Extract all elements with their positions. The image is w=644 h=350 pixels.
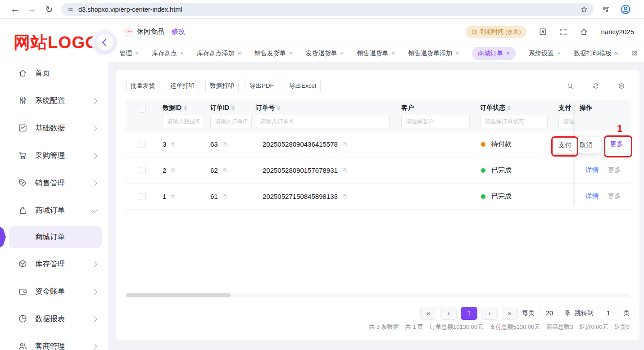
username[interactable]: nancy2025 — [601, 28, 634, 36]
sidebar-item-inventory[interactable]: 库存管理 — [0, 250, 108, 278]
tab-item[interactable]: 库存盘点× — [152, 49, 184, 58]
waybill-print-button[interactable]: 运单打印 — [166, 79, 199, 93]
copy-icon[interactable] — [222, 167, 228, 173]
pagination-prev-button[interactable]: ‹ — [440, 307, 457, 320]
batch-ship-button[interactable]: 批量发货 — [126, 79, 159, 93]
settings-icon[interactable] — [618, 82, 625, 90]
sort-icon[interactable] — [508, 105, 511, 111]
close-icon[interactable]: × — [455, 50, 459, 57]
tab-item[interactable]: 系统设置× — [529, 49, 561, 58]
sort-icon[interactable] — [184, 105, 187, 111]
close-icon[interactable]: × — [238, 50, 241, 57]
media-controls-icon[interactable] — [602, 5, 610, 13]
tab-item[interactable]: 销售退货单× — [357, 49, 395, 58]
browser-reload-button[interactable]: ↻ — [41, 4, 58, 15]
browser-back-button[interactable]: ← — [6, 4, 23, 14]
sort-icon[interactable] — [277, 105, 281, 111]
popover-pay-button[interactable]: 支付 — [558, 141, 571, 149]
row-checkbox[interactable] — [139, 141, 146, 148]
pagination-page-1[interactable]: 1 — [461, 307, 477, 320]
row-checkbox[interactable] — [139, 167, 146, 174]
site-settings-icon[interactable] — [67, 6, 74, 13]
sidebar-item-reports[interactable]: 数据报表 — [0, 305, 108, 332]
bookmark-star-icon[interactable] — [580, 5, 588, 13]
sidebar-item-system-config[interactable]: 系统配置 — [0, 87, 108, 114]
copy-icon[interactable] — [170, 141, 176, 147]
tab-item[interactable]: 销售发货单× — [254, 49, 293, 58]
sidebar-item-purchase[interactable]: 采购管理 — [0, 142, 108, 169]
tab-item[interactable]: 管理× — [119, 49, 139, 58]
link-more[interactable]: 更多 — [608, 192, 621, 201]
copy-icon[interactable] — [342, 193, 348, 199]
copy-icon[interactable] — [222, 141, 228, 147]
copy-icon[interactable] — [222, 193, 228, 199]
profile-avatar-icon[interactable] — [620, 4, 631, 15]
copy-icon[interactable] — [342, 167, 348, 173]
close-icon[interactable]: × — [391, 50, 395, 57]
search-icon[interactable] — [567, 82, 574, 90]
row-checkbox[interactable] — [139, 193, 146, 200]
copy-icon[interactable] — [342, 141, 348, 147]
tab-item[interactable]: 销售退货单添加× — [408, 49, 459, 58]
export-pdf-button[interactable]: 导出PDF — [245, 79, 278, 93]
url-text[interactable]: d3.shopxo.vip/erp-center-index.html — [78, 6, 576, 13]
browser-menu-icon[interactable]: ⋮ — [641, 4, 644, 14]
tab-item-active[interactable]: 商城订单× — [472, 47, 516, 60]
column-header-order-id[interactable]: 订单ID — [210, 104, 235, 112]
close-icon[interactable]: × — [506, 50, 510, 57]
language-icon[interactable] — [539, 27, 547, 36]
close-icon[interactable]: × — [340, 50, 344, 57]
filter-input-order-id[interactable] — [210, 115, 252, 128]
scrollbar-thumb[interactable] — [126, 293, 231, 297]
copy-icon[interactable] — [170, 193, 176, 199]
column-header-data-id[interactable]: 数据ID — [163, 104, 187, 112]
tab-item[interactable]: 库存盘点添加× — [197, 49, 241, 58]
sidebar-item-customers[interactable]: 客商管理 — [0, 332, 108, 350]
filter-select-customer[interactable] — [401, 115, 470, 128]
tabs-overview-icon[interactable] — [631, 49, 638, 57]
pagination-last-button[interactable]: » — [502, 307, 518, 320]
sidebar-item-sales[interactable]: 销售管理 — [0, 169, 108, 197]
close-icon[interactable]: × — [180, 50, 184, 57]
select-all-checkbox[interactable] — [139, 106, 146, 113]
home-icon[interactable] — [580, 27, 588, 36]
sidebar-item-funds[interactable]: 资金账单 — [0, 278, 108, 305]
tab-item[interactable]: 发货退货单× — [306, 49, 344, 58]
sidebar-collapse-button[interactable] — [96, 34, 113, 51]
close-icon[interactable]: × — [557, 50, 561, 57]
popover-cancel-button[interactable]: 取消 — [580, 141, 593, 149]
export-excel-button[interactable]: 导出Excel — [285, 79, 321, 93]
pagination-next-button[interactable]: › — [481, 307, 498, 320]
sidebar-item-base-data[interactable]: 基础数据 — [0, 114, 108, 142]
column-header-order-status[interactable]: 订单状态 — [480, 104, 511, 112]
filter-input-data-id[interactable] — [163, 115, 204, 128]
refresh-icon[interactable] — [592, 82, 599, 90]
data-print-button[interactable]: 数据打印 — [205, 79, 239, 93]
link-more[interactable]: 更多 — [610, 140, 623, 148]
stats-item: 退款0.00元 — [579, 323, 608, 331]
horizontal-scrollbar[interactable] — [126, 293, 630, 297]
sidebar-subitem-mall-orders[interactable]: 商城订单 — [9, 226, 102, 248]
sidebar-item-mall-orders[interactable]: 商城订单 — [0, 197, 108, 224]
chevron-left-icon — [102, 39, 109, 46]
goto-page-input[interactable] — [598, 307, 619, 319]
per-page-input[interactable] — [539, 307, 560, 319]
fullscreen-icon[interactable] — [559, 28, 567, 36]
url-bar[interactable]: d3.shopxo.vip/erp-center-index.html — [61, 3, 594, 16]
close-icon[interactable]: × — [289, 50, 293, 57]
filter-select-order-status[interactable] — [480, 115, 548, 128]
filter-input-order-no[interactable] — [256, 115, 390, 128]
copy-icon[interactable] — [170, 167, 176, 173]
link-detail[interactable]: 详情 — [585, 166, 599, 175]
tab-item[interactable]: 数据打印模板× — [574, 49, 618, 58]
close-icon[interactable]: × — [135, 50, 139, 57]
browser-forward-button[interactable]: → — [23, 4, 41, 14]
sort-icon[interactable] — [231, 105, 235, 111]
column-header-order-no[interactable]: 订单号 — [256, 104, 281, 112]
pagination-first-button[interactable]: « — [420, 307, 436, 320]
edit-link[interactable]: 修改 — [172, 27, 185, 36]
close-icon[interactable]: × — [615, 50, 618, 57]
link-detail[interactable]: 详情 — [585, 192, 599, 201]
link-more[interactable]: 更多 — [608, 166, 621, 175]
sidebar-item-home[interactable]: 首页 — [0, 59, 108, 87]
